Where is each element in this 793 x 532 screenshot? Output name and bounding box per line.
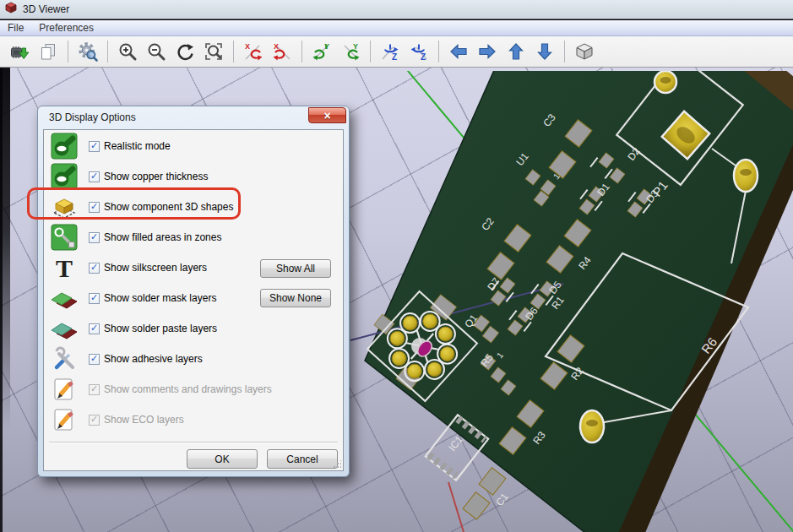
ortho-cube-icon [574,41,595,62]
rotate-y-neg-button[interactable]: Y [307,39,336,64]
3d-viewport[interactable]: P1D2C3U11C2R4D7D5D6D1D3R1R6Q1R51R2R3IC1C… [0,68,793,532]
close-icon: × [323,110,330,122]
option-label-show-eco: Show ECO layers [104,414,184,426]
dialog-title-bar[interactable]: 3D Display Options [38,106,349,128]
rotate-y-pos-button[interactable]: Y [336,39,365,64]
checkbox-show-filled-areas[interactable]: ✓ [89,232,100,243]
menu-file[interactable]: File [0,20,31,35]
toolbar-separator [233,41,234,62]
move-right-button[interactable] [473,39,502,64]
checkbox-show-solder-mask[interactable]: ✓ [89,293,100,304]
copper-thickness-icon [51,133,78,160]
redraw-icon [175,41,195,62]
show-none-button[interactable]: Show None [260,289,331,307]
zoom-out-button[interactable] [142,39,171,64]
option-label-realistic-mode[interactable]: Realistic mode [104,140,171,152]
silkscreen-icon: T [51,254,78,281]
svg-text:Z: Z [421,52,426,62]
ok-button[interactable]: OK [187,449,258,469]
options-icon [78,41,98,62]
option-label-show-filled-areas[interactable]: Show filled areas in zones [104,231,221,243]
svg-text:X: X [245,42,250,51]
zoom-out-icon [146,41,166,62]
option-label-show-component-3d-shapes[interactable]: Show component 3D shapes [104,201,233,213]
checkbox-show-adhesive[interactable]: ✓ [89,354,100,365]
option-rows: ✓Realistic mode✓Show copper thickness✓Sh… [44,131,343,435]
eco-icon [51,406,78,433]
move-left-button[interactable] [444,39,473,64]
zoom-in-button[interactable] [113,39,142,64]
menu-preferences[interactable]: Preferences [31,20,101,35]
checkbox-show-eco: ✓ [89,415,100,426]
ortho-projection-button[interactable] [570,39,599,64]
rotate-y-pos-icon: Y [340,41,361,62]
toolbar-separator [370,41,371,62]
svg-text:Y: Y [324,42,329,51]
rotate-y-neg-icon: Y [312,41,332,62]
option-label-show-comments-drawings: Show comments and drawings layers [104,383,272,395]
zoom-fit-button[interactable] [199,39,228,64]
move-up-button[interactable] [502,39,530,64]
move-up-icon [506,41,526,62]
dialog-content: ✓Realistic mode✓Show copper thickness✓Sh… [43,129,344,471]
menu-bar: File Preferences [0,20,793,36]
toolbar-separator [564,41,565,62]
checkbox-show-component-3d-shapes[interactable]: ✓ [89,202,100,213]
display-options-button[interactable] [73,39,102,64]
option-label-show-silkscreen[interactable]: Show silkscreen layers [104,262,207,274]
svg-text:Y: Y [353,42,358,51]
3d-display-options-dialog[interactable]: 3D Display Options × ✓Realistic mode✓Sho… [37,106,350,477]
option-label-show-solder-mask[interactable]: Show solder mask layers [104,292,216,304]
adhesive-icon [51,345,78,372]
copy-image-button[interactable] [34,39,62,64]
rotate-z-neg-button[interactable]: Z [376,39,405,64]
show-all-button[interactable]: Show All [260,259,331,278]
checkbox-realistic-mode[interactable]: ✓ [89,141,100,152]
dialog-separator [49,442,338,442]
zones-icon [51,224,78,251]
cancel-button[interactable]: Cancel [267,449,338,469]
resize-grip[interactable] [333,460,341,469]
copy-image-icon [38,41,58,62]
reload-board-button[interactable] [5,39,34,64]
zoom-fit-icon [204,41,224,62]
toolbar-separator [301,41,302,62]
rotate-z-pos-button[interactable]: Z [405,39,433,64]
option-label-show-adhesive[interactable]: Show adhesive layers [104,353,203,365]
redraw-button[interactable] [171,39,199,64]
option-row-show-comments-drawings: ✓Show comments and drawings layers [44,374,343,404]
move-down-button[interactable] [530,39,559,64]
rotate-x-neg-button[interactable]: X [239,39,268,64]
title-bar[interactable]: 3D Viewer [0,0,793,19]
svg-text:X: X [274,42,279,51]
option-row-show-eco: ✓Show ECO layers [44,404,343,435]
rotate-x-neg-icon: X [243,41,263,62]
option-label-show-solder-paste[interactable]: Show solder paste layers [104,323,217,334]
component-3d-icon [51,193,78,220]
rotate-x-pos-button[interactable]: X [268,39,296,64]
reload-board-icon [9,41,30,62]
solder-mask-icon [51,285,78,312]
toolbar-separator [107,41,108,62]
checkbox-show-solder-paste[interactable]: ✓ [89,323,100,334]
dialog-close-button[interactable]: × [308,107,346,123]
checkbox-show-silkscreen[interactable]: ✓ [89,263,100,274]
move-down-icon [535,41,555,62]
svg-text:Z: Z [392,52,397,62]
dialog-title: 3D Display Options [49,111,136,123]
toolbar-separator [68,41,68,62]
option-row-show-filled-areas: ✓Show filled areas in zones [44,222,343,252]
pcb-label-C1: C1 [493,491,511,508]
solder-paste-icon [51,315,78,342]
option-row-show-component-3d-shapes: ✓Show component 3D shapes [44,192,343,222]
move-left-icon [448,41,469,62]
toolbar: XXYYZZ [0,36,793,68]
comments-icon [51,376,78,403]
option-label-show-copper-thickness[interactable]: Show copper thickness [104,171,208,182]
window-title: 3D Viewer [23,3,69,15]
copper-thickness-icon [51,163,78,190]
checkbox-show-comments-drawings: ✓ [89,384,100,395]
toolbar-separator [438,41,439,62]
checkbox-show-copper-thickness[interactable]: ✓ [89,171,100,182]
option-row-show-adhesive: ✓Show adhesive layers [44,344,343,374]
